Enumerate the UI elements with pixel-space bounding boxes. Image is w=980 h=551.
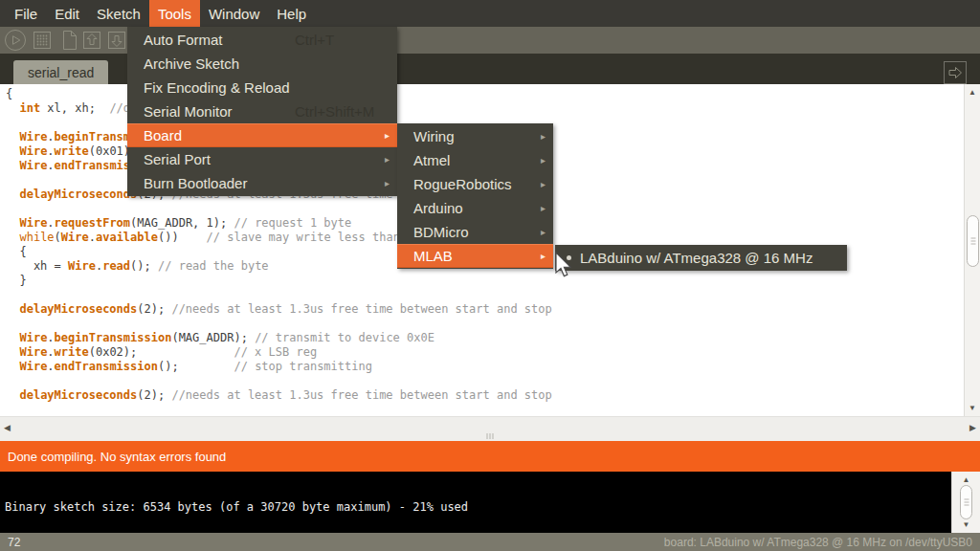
scroll-right-icon[interactable]: ▶ [969, 423, 976, 432]
menu-item-board[interactable]: Board▸ [127, 123, 397, 147]
menu-item-label: Wiring [397, 128, 455, 144]
menu-help[interactable]: Help [268, 0, 315, 27]
code-line: delayMicroseconds(2); //needs at least 1… [6, 388, 964, 403]
footer-status-bar: 72 board: LABduino w/ ATmega328 @ 16 MHz… [0, 533, 980, 551]
stop-icon[interactable] [30, 28, 55, 53]
menu-bar: FileEditSketchToolsWindowHelp [0, 0, 980, 27]
code-line: delayMicroseconds(2); //needs at least 1… [6, 302, 964, 317]
console-vscrollbar[interactable]: ▲ ▼ [951, 472, 980, 533]
open-icon[interactable] [79, 28, 104, 53]
board-item-bdmicro[interactable]: BDMicro▸ [397, 220, 553, 244]
board-item-mlab[interactable]: MLAB▸ [397, 244, 553, 268]
submenu-arrow-icon: ▸ [385, 154, 390, 165]
mlab-item-labduino-w-atmega328-16-mhz[interactable]: LABduino w/ ATmega328 @ 16 MHz [555, 246, 847, 270]
scroll-up-icon[interactable]: ▲ [965, 88, 980, 97]
scrollbar-thumb[interactable] [960, 485, 972, 519]
shortcut-label: Ctrl+Shift+M [295, 103, 374, 120]
menu-item-label: Atmel [397, 152, 450, 168]
selected-bullet-icon [567, 255, 571, 260]
shortcut-label: Ctrl+T [295, 32, 334, 48]
submenu-arrow-icon: ▸ [541, 203, 546, 213]
code-line [6, 374, 964, 388]
submenu-arrow-icon: ▸ [385, 178, 390, 188]
menu-item-label: Fix Encoding & Reload [127, 79, 290, 96]
scroll-up-icon[interactable]: ▲ [952, 475, 980, 484]
code-line: Wire.endTransmission(); // stop transmit… [6, 360, 964, 374]
status-message: Done compiling. No syntax errors found [8, 450, 226, 464]
menu-item-label: Burn Bootloader [127, 175, 247, 191]
code-line: Wire.beginTransmission(MAG_ADDR); // tra… [6, 331, 964, 345]
menu-tools[interactable]: Tools [149, 0, 200, 27]
console-text: Binary sketch size: 6534 bytes (of a 307… [5, 500, 468, 514]
tab-label: serial_read [28, 65, 94, 80]
menu-item-label: LABduino w/ ATmega328 @ 16 MHz [580, 250, 813, 266]
editor-hscrollbar[interactable]: ◀ ▶ [0, 416, 980, 441]
menu-item-label: Arduino [397, 200, 463, 216]
menu-item-label: MLAB [397, 248, 453, 264]
board-item-wiring[interactable]: Wiring▸ [397, 124, 553, 148]
submenu-arrow-icon: ▸ [541, 155, 546, 165]
board-item-arduino[interactable]: Arduino▸ [397, 196, 553, 220]
menu-item-serial-port[interactable]: Serial Port▸ [127, 147, 397, 171]
menu-item-archive-sketch[interactable]: Archive Sketch [127, 52, 397, 76]
line-number: 72 [8, 536, 20, 549]
mlab-submenu: LABduino w/ ATmega328 @ 16 MHz [555, 245, 847, 271]
menu-item-label: RogueRobotics [397, 176, 512, 192]
arduino-ide-window: FileEditSketchToolsWindowHelp serial_rea… [0, 0, 980, 551]
code-line: } [6, 274, 964, 288]
editor-vscrollbar[interactable]: ▲ ▼ [964, 84, 980, 416]
menu-item-label: Serial Port [127, 151, 211, 167]
tab-serial-read[interactable]: serial_read [13, 60, 108, 84]
menu-item-burn-bootloader[interactable]: Burn Bootloader▸ [127, 171, 397, 195]
splitter-grip-icon[interactable] [487, 433, 494, 439]
submenu-arrow-icon: ▸ [541, 227, 546, 237]
menu-edit[interactable]: Edit [46, 0, 88, 27]
new-sketch-icon[interactable] [56, 28, 81, 53]
board-item-atmel[interactable]: Atmel▸ [397, 148, 553, 172]
scroll-down-icon[interactable]: ▼ [965, 404, 980, 412]
serial-monitor-icon[interactable] [943, 60, 968, 85]
save-icon[interactable] [104, 28, 129, 53]
board-info: board: LABduino w/ ATmega328 @ 16 MHz on… [664, 536, 972, 549]
scrollbar-thumb[interactable] [967, 215, 979, 267]
menu-item-label: BDMicro [397, 224, 469, 240]
menu-item-label: Auto Format [127, 32, 223, 48]
code-line [6, 317, 964, 331]
code-line: Wire.write(0x02); // x LSB reg [6, 345, 964, 360]
menu-item-auto-format[interactable]: Auto FormatCtrl+T [127, 28, 397, 52]
menu-item-fix-encoding-reload[interactable]: Fix Encoding & Reload [127, 76, 397, 99]
menu-item-label: Archive Sketch [127, 55, 239, 72]
menu-item-label: Board [127, 127, 182, 143]
scroll-down-icon[interactable]: ▼ [952, 520, 980, 529]
menu-item-serial-monitor[interactable]: Serial MonitorCtrl+Shift+M [127, 99, 397, 123]
console-output: Binary sketch size: 6534 bytes (of a 307… [0, 472, 951, 533]
verify-icon[interactable] [3, 28, 28, 53]
menu-window[interactable]: Window [200, 0, 268, 27]
tools-menu: Auto FormatCtrl+TArchive SketchFix Encod… [127, 27, 397, 196]
submenu-arrow-icon: ▸ [385, 130, 390, 141]
status-bar: Done compiling. No syntax errors found [0, 441, 980, 472]
board-item-roguerobotics[interactable]: RogueRobotics▸ [397, 172, 553, 196]
board-submenu: Wiring▸Atmel▸RogueRobotics▸Arduino▸BDMic… [397, 123, 553, 269]
menu-sketch[interactable]: Sketch [88, 0, 149, 27]
scroll-left-icon[interactable]: ◀ [4, 423, 11, 432]
menu-item-label: Serial Monitor [127, 103, 233, 120]
code-line [6, 288, 964, 302]
menu-file[interactable]: File [6, 0, 46, 27]
submenu-arrow-icon: ▸ [541, 131, 546, 142]
submenu-arrow-icon: ▸ [541, 251, 546, 261]
submenu-arrow-icon: ▸ [541, 179, 546, 189]
